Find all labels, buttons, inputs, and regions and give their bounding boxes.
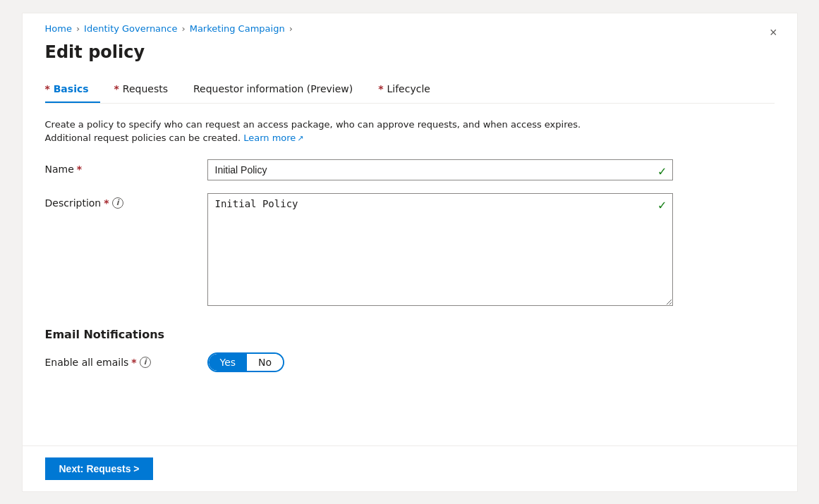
tab-lifecycle-required: * bbox=[378, 83, 387, 94]
description-field-row: Description * i Initial Policy ✓ bbox=[45, 193, 775, 308]
tab-requests-required: * bbox=[114, 83, 123, 94]
tab-basics-required: * bbox=[45, 83, 54, 94]
toggle-container: Yes No bbox=[207, 352, 285, 372]
breadcrumb-identity-governance[interactable]: Identity Governance bbox=[84, 23, 177, 34]
description-label: Description * i bbox=[45, 193, 207, 209]
close-button[interactable]: × bbox=[764, 23, 783, 42]
name-required: * bbox=[77, 164, 82, 175]
learn-more-link[interactable]: Learn more↗ bbox=[243, 133, 303, 143]
description-text: Create a policy to specify who can reque… bbox=[45, 118, 624, 145]
chevron-icon-2: › bbox=[181, 23, 185, 34]
enable-emails-row: Enable all emails * i Yes No bbox=[45, 352, 775, 372]
edit-policy-panel: Home › Identity Governance › Marketing C… bbox=[22, 13, 798, 492]
enable-emails-required: * bbox=[131, 357, 136, 368]
description-textarea[interactable]: Initial Policy bbox=[207, 193, 673, 306]
description-input-wrapper: Initial Policy ✓ bbox=[207, 193, 673, 308]
name-input-wrapper: ✓ bbox=[207, 159, 673, 180]
page-title: Edit policy bbox=[45, 42, 775, 62]
description-checkmark: ✓ bbox=[657, 199, 667, 212]
name-input[interactable] bbox=[207, 159, 673, 180]
yes-no-toggle[interactable]: Yes No bbox=[207, 352, 285, 372]
toggle-yes[interactable]: Yes bbox=[209, 354, 248, 371]
tab-lifecycle-label: Lifecycle bbox=[387, 83, 430, 94]
chevron-icon-1: › bbox=[76, 23, 80, 34]
next-requests-button[interactable]: Next: Requests > bbox=[45, 457, 154, 480]
tab-basics[interactable]: * Basics bbox=[45, 76, 100, 103]
name-label: Name * bbox=[45, 159, 207, 175]
tab-requestor-info[interactable]: Requestor information (Preview) bbox=[193, 76, 364, 103]
panel-footer: Next: Requests > bbox=[23, 445, 797, 491]
description-info-icon[interactable]: i bbox=[112, 197, 123, 209]
email-notifications-section-title: Email Notifications bbox=[45, 328, 775, 341]
chevron-icon-3: › bbox=[289, 23, 293, 34]
panel-main: Edit policy × * Basics * Requests Reques… bbox=[23, 34, 797, 445]
external-link-icon: ↗ bbox=[297, 134, 303, 143]
tab-basics-label: Basics bbox=[54, 83, 89, 94]
tab-lifecycle[interactable]: * Lifecycle bbox=[378, 76, 442, 103]
tab-requests[interactable]: * Requests bbox=[114, 76, 179, 103]
description-required: * bbox=[104, 197, 109, 209]
breadcrumb: Home › Identity Governance › Marketing C… bbox=[23, 13, 797, 34]
name-checkmark: ✓ bbox=[657, 165, 667, 178]
tab-requests-label: Requests bbox=[123, 83, 168, 94]
tab-requestor-info-label: Requestor information (Preview) bbox=[193, 83, 353, 94]
tabs-container: * Basics * Requests Requestor informatio… bbox=[45, 76, 775, 104]
name-field-row: Name * ✓ bbox=[45, 159, 775, 180]
enable-emails-info-icon[interactable]: i bbox=[140, 357, 151, 368]
toggle-no[interactable]: No bbox=[247, 354, 283, 371]
breadcrumb-home[interactable]: Home bbox=[45, 23, 72, 34]
breadcrumb-marketing-campaign[interactable]: Marketing Campaign bbox=[190, 23, 285, 34]
enable-emails-label: Enable all emails * i bbox=[45, 352, 207, 368]
